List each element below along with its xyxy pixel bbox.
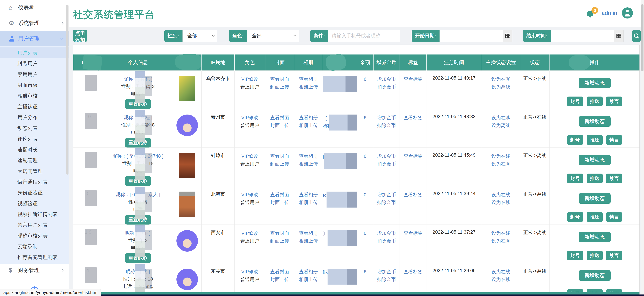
sidebar-subitem-4[interactable]: 相册审核 [0, 90, 69, 101]
balance-link[interactable]: 6 [357, 152, 373, 160]
start-calendar-button[interactable] [503, 30, 512, 42]
upload-album-link[interactable]: 相册上传 [294, 237, 323, 245]
sidebar-subitem-11[interactable]: 大房间管理 [0, 166, 69, 177]
ban-button[interactable]: 封号 [567, 174, 583, 183]
deduct-coin-link[interactable]: 扣除金币 [373, 199, 400, 206]
window-scrollbar[interactable] [641, 0, 644, 296]
push-button[interactable]: 推送 [586, 174, 603, 183]
upload-cover-link[interactable]: 封面上传 [265, 83, 294, 91]
sidebar-subitem-17[interactable]: 昵称审核列表 [0, 230, 69, 241]
deduct-coin-link[interactable]: 扣除金币 [373, 122, 400, 129]
add-coin-link[interactable]: 增加金币 [373, 152, 400, 160]
add-moment-button[interactable]: 新增动态 [579, 270, 610, 281]
mute-button[interactable]: 禁言 [606, 289, 622, 295]
avatar[interactable] [622, 8, 633, 19]
view-tag-link[interactable]: 查看标签 [400, 229, 426, 237]
sidebar-subitem-16[interactable]: 禁言用户列表 [0, 220, 69, 230]
deduct-coin-link[interactable]: 扣除金币 [373, 276, 400, 283]
vip-edit-link[interactable]: VIP修改 [234, 191, 265, 199]
upload-album-link[interactable]: 相册上传 [294, 83, 323, 91]
gender-select[interactable]: 全部 [182, 30, 218, 42]
start-date-input[interactable] [440, 30, 503, 42]
avatar-image[interactable] [176, 114, 198, 136]
sidebar-subitem-12[interactable]: 语音通话列表 [0, 177, 69, 187]
add-coin-link[interactable]: 增加金币 [373, 191, 400, 199]
view-cover-link[interactable]: 查看封面 [265, 75, 294, 83]
ban-button[interactable]: 封号 [567, 289, 583, 295]
sidebar-subitem-9[interactable]: 速配时长 [0, 144, 69, 155]
upload-cover-link[interactable]: 封面上传 [265, 237, 294, 245]
view-cover-link[interactable]: 查看封面 [265, 229, 294, 237]
view-tag-link[interactable]: 查看标签 [400, 152, 426, 160]
mute-button[interactable]: 禁言 [606, 212, 622, 222]
scrollbar-thumb[interactable] [641, 4, 644, 71]
upload-cover-link[interactable]: 封面上传 [265, 160, 294, 168]
balance-link[interactable]: 6 [357, 229, 373, 237]
set-status-link-2[interactable]: 设为在聊 [482, 276, 520, 283]
set-status-link-2[interactable]: 设为离线 [482, 122, 520, 129]
sidebar-subitem-5[interactable]: 主播认证 [0, 101, 69, 112]
set-status-link-1[interactable]: 设为在线 [482, 229, 520, 237]
push-button[interactable]: 推送 [586, 135, 603, 145]
view-cover-link[interactable]: 查看封面 [265, 114, 294, 122]
view-cover-link[interactable]: 查看封面 [265, 268, 294, 276]
avatar-image[interactable] [176, 230, 198, 252]
mute-button[interactable]: 禁言 [606, 135, 622, 145]
sidebar-item-system-management[interactable]: ⚙ 系统管理 [0, 16, 69, 31]
avatar-image[interactable] [176, 269, 198, 290]
avatar-image[interactable] [179, 192, 195, 217]
view-album-link[interactable]: 查看相册 [294, 152, 323, 160]
upload-album-link[interactable]: 相册上传 [294, 276, 323, 283]
deduct-coin-link[interactable]: 扣除金币 [373, 160, 400, 168]
vip-edit-link[interactable]: VIP修改 [234, 114, 265, 122]
add-moment-button[interactable]: 新增动态 [579, 155, 610, 165]
add-coin-link[interactable]: 增加金币 [373, 229, 400, 237]
add-moment-button[interactable]: 新增动态 [579, 193, 610, 204]
mute-button[interactable]: 禁言 [606, 174, 622, 183]
vip-edit-link[interactable]: VIP修改 [234, 229, 265, 237]
view-tag-link[interactable]: 查看标签 [400, 268, 426, 276]
view-tag-link[interactable]: 查看标签 [400, 114, 426, 122]
view-album-link[interactable]: 查看相册 [294, 75, 323, 83]
set-status-link-2[interactable]: 设为离线 [482, 83, 520, 91]
vip-edit-link[interactable]: VIP修改 [234, 152, 265, 160]
set-status-link-1[interactable]: 设为在聊 [482, 114, 520, 122]
add-button[interactable]: 点击添加 [73, 30, 87, 42]
search-button[interactable] [632, 30, 641, 42]
balance-link[interactable]: 6 [357, 114, 373, 122]
sidebar-subitem-14[interactable]: 视频验证 [0, 198, 69, 209]
add-coin-link[interactable]: 增加金币 [373, 268, 400, 276]
sidebar-item-dashboard[interactable]: ⌂ 仪表盘 [0, 0, 69, 16]
push-button[interactable]: 推送 [586, 96, 603, 106]
set-status-link-1[interactable]: 设为在线 [482, 191, 520, 199]
set-status-link-1[interactable]: 设为在线 [482, 152, 520, 160]
deduct-coin-link[interactable]: 扣除金币 [373, 83, 400, 91]
set-status-link-2[interactable]: 设为在聊 [482, 237, 520, 245]
deduct-coin-link[interactable]: 扣除金币 [373, 237, 400, 245]
view-cover-link[interactable]: 查看封面 [265, 152, 294, 160]
mute-button[interactable]: 禁言 [606, 96, 622, 106]
view-cover-link[interactable]: 查看封面 [265, 191, 294, 199]
avatar-image[interactable] [179, 153, 195, 178]
sidebar-subitem-7[interactable]: 动态列表 [0, 123, 69, 133]
add-moment-button[interactable]: 新增动态 [579, 78, 610, 88]
mute-button[interactable]: 禁言 [606, 251, 622, 260]
view-album-link[interactable]: 查看相册 [294, 229, 323, 237]
add-coin-link[interactable]: 增加金币 [373, 75, 400, 83]
reset-nickname-button[interactable]: 重置昵称 [125, 292, 151, 295]
upload-album-link[interactable]: 相册上传 [294, 199, 323, 206]
notifications-button[interactable]: 0 [587, 9, 594, 17]
sidebar-item-finance-management[interactable]: $ 财务管理 [0, 264, 69, 277]
balance-link[interactable]: 6 [357, 268, 373, 276]
set-status-link-1[interactable]: 设为在线 [482, 268, 520, 276]
upload-cover-link[interactable]: 封面上传 [265, 122, 294, 129]
sidebar-subitem-13[interactable]: 身份证验证 [0, 187, 69, 198]
add-coin-link[interactable]: 增加金币 [373, 114, 400, 122]
view-album-link[interactable]: 查看相册 [294, 191, 323, 199]
condition-input[interactable] [328, 30, 400, 42]
upload-cover-link[interactable]: 封面上传 [265, 199, 294, 206]
add-moment-button[interactable]: 新增动态 [579, 232, 610, 242]
sidebar-subitem-8[interactable]: 评论列表 [0, 133, 69, 144]
sidebar-subitem-19[interactable]: 推荐首充管理列表 [0, 252, 69, 263]
push-button[interactable]: 推送 [586, 212, 603, 222]
